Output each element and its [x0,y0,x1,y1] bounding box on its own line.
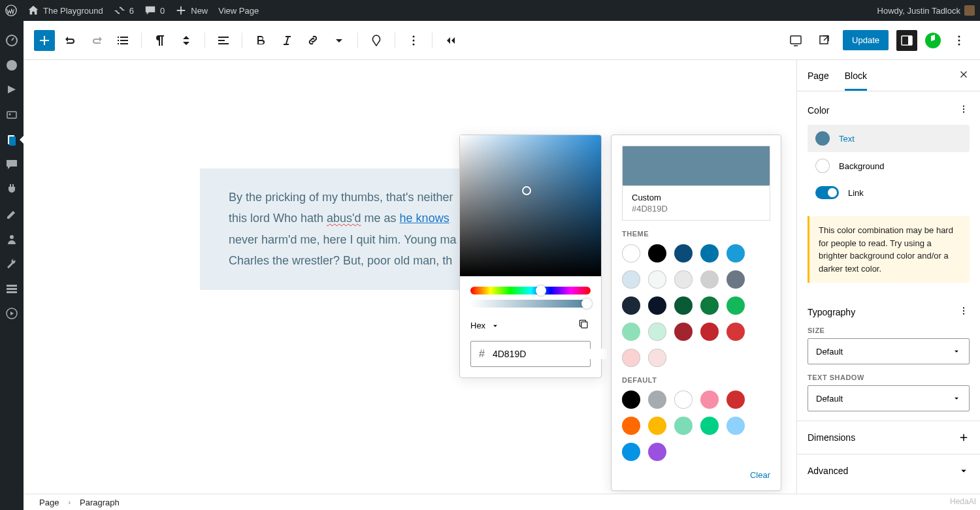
saturation-field[interactable] [460,135,601,276]
more-format-button[interactable] [329,30,350,51]
color-swatch[interactable] [622,390,640,409]
clear-button[interactable]: Clear [622,470,770,480]
link-toggle[interactable] [815,186,839,199]
color-format-select[interactable]: Hex [470,321,500,330]
options-button[interactable] [403,30,424,51]
saturation-cursor[interactable] [522,186,531,195]
menu-plugins[interactable] [5,183,18,196]
new-link[interactable]: New [175,5,208,16]
breadcrumb-paragraph[interactable]: Paragraph [80,498,120,507]
size-select[interactable]: Default [808,338,970,364]
color-swatch[interactable] [622,349,640,367]
copy-color-button[interactable] [578,318,591,333]
menu-video[interactable] [5,307,18,320]
wp-logo[interactable] [5,5,17,16]
color-swatch[interactable] [648,323,666,341]
hue-cursor[interactable] [536,285,546,296]
color-swatch[interactable] [622,417,640,435]
color-swatch[interactable] [674,244,693,263]
color-swatch[interactable] [674,270,693,289]
update-button[interactable]: Update [843,30,889,50]
color-swatch[interactable] [648,417,666,435]
color-swatch[interactable] [700,323,719,341]
add-block-button[interactable] [34,30,55,51]
color-row-text[interactable]: Text [808,125,970,152]
bold-button[interactable] [250,30,271,51]
alpha-slider[interactable] [470,300,591,308]
color-swatch[interactable] [700,296,719,315]
color-swatch[interactable] [622,323,640,341]
editor-canvas[interactable]: By the pricking of my thumbs, that's nei… [24,60,796,494]
color-swatch[interactable] [674,296,693,315]
comments-link[interactable]: 0 [144,5,165,16]
close-sidebar-button[interactable] [958,69,970,83]
color-swatch[interactable] [648,296,666,315]
user-greeting[interactable]: Howdy, Justin Tadlock [877,5,975,16]
color-swatch[interactable] [648,244,666,263]
menu-media[interactable] [5,108,18,121]
menu-settings[interactable] [5,282,18,295]
color-swatch[interactable] [622,443,640,461]
move-button[interactable] [176,30,197,51]
color-row-background[interactable]: Background [808,152,970,180]
menu-jetpack[interactable] [5,59,18,72]
tab-page[interactable]: Page [808,61,829,90]
site-home[interactable]: The Playground [27,5,103,16]
undo-button[interactable] [60,30,81,51]
typography-options-button[interactable] [958,305,970,319]
jetpack-icon[interactable] [925,33,941,48]
link-button[interactable] [302,30,323,51]
paragraph-button[interactable] [150,30,171,51]
color-swatch[interactable] [700,390,719,409]
hex-input-field[interactable] [493,349,607,359]
link-text[interactable]: he knows [400,212,449,225]
document-overview-button[interactable] [112,30,133,51]
color-swatch[interactable] [648,390,666,409]
color-swatch[interactable] [674,417,693,435]
color-swatch[interactable] [700,270,719,289]
color-swatch[interactable] [727,296,745,315]
menu-dashboard[interactable] [5,34,18,47]
breadcrumb-page[interactable]: Page [39,498,59,507]
color-swatch[interactable] [674,323,693,341]
menu-posts[interactable] [5,84,18,97]
color-swatch[interactable] [648,443,666,461]
color-swatch[interactable] [674,390,693,409]
color-swatch[interactable] [700,417,719,435]
highlight-button[interactable] [366,30,387,51]
more-menu-button[interactable] [949,30,970,51]
menu-appearance[interactable] [5,208,18,221]
color-swatch[interactable] [727,323,745,341]
preview-button[interactable] [814,30,835,51]
color-swatch[interactable] [700,244,719,263]
color-swatch[interactable] [622,270,640,289]
color-swatch[interactable] [727,417,745,435]
updates-link[interactable]: 6 [114,5,134,16]
shadow-select[interactable]: Default [808,385,970,411]
color-swatch[interactable] [727,244,745,263]
menu-users[interactable] [5,232,18,246]
italic-button[interactable] [276,30,297,51]
color-swatch[interactable] [622,296,640,315]
dimensions-panel[interactable]: Dimensions [797,421,980,454]
redo-button[interactable] [86,30,107,51]
color-swatch[interactable] [648,270,666,289]
advanced-panel[interactable]: Advanced [797,454,980,487]
sidebar-toggle-button[interactable] [896,30,917,51]
view-page-link[interactable]: View Page [218,6,259,16]
color-swatch[interactable] [727,390,745,409]
color-swatch[interactable] [648,349,666,367]
hue-slider[interactable] [470,287,591,295]
hex-input[interactable]: # [470,341,591,367]
menu-pages[interactable] [5,133,18,146]
color-options-button[interactable] [958,103,970,117]
color-row-link[interactable]: Link [808,180,970,206]
color-swatch[interactable] [622,244,640,263]
tab-block[interactable]: Block [845,61,867,90]
alpha-cursor[interactable] [581,298,592,309]
menu-tools[interactable] [5,257,18,270]
align-button[interactable] [213,30,234,51]
collapse-button[interactable] [440,30,461,51]
custom-color-info[interactable]: Custom #4D819D [622,186,770,221]
color-swatch[interactable] [727,270,745,289]
